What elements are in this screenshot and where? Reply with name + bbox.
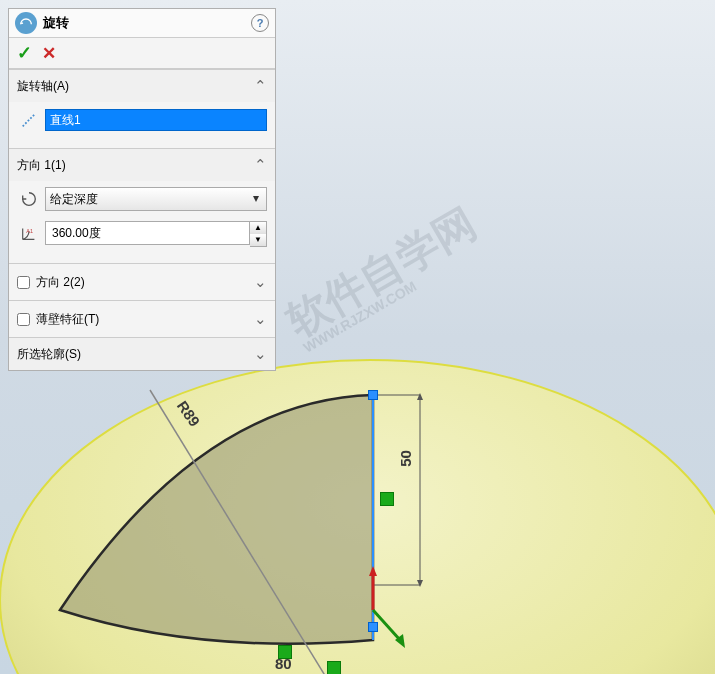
chevron-down-icon: ⌄: [254, 273, 267, 291]
direction2-checkbox[interactable]: [17, 276, 30, 289]
svg-text:A1: A1: [26, 228, 33, 234]
panel-title: 旋转: [43, 14, 251, 32]
chevron-down-icon: ⌄: [254, 310, 267, 328]
dimension-width[interactable]: 80: [275, 655, 292, 672]
revolve-feature-icon: [15, 12, 37, 34]
chevron-up-icon: ⌃: [254, 77, 267, 95]
section-direction1-header[interactable]: 方向 1(1) ⌃: [9, 149, 275, 181]
svg-point-0: [0, 360, 715, 674]
constraint-horizontal-icon[interactable]: [278, 645, 292, 659]
cancel-button[interactable]: ✕: [42, 43, 56, 64]
section-direction1-title: 方向 1(1): [17, 157, 254, 174]
sketch-endpoint-bottom[interactable]: [368, 622, 378, 632]
confirm-bar: ✓ ✕: [9, 38, 275, 69]
thin-feature-checkbox[interactable]: [17, 313, 30, 326]
thin-feature-label: 薄壁特征(T): [36, 311, 99, 328]
axis-line-icon: [17, 108, 41, 132]
axis-selection-input[interactable]: [45, 109, 267, 131]
section-axis: 旋转轴(A) ⌃: [9, 69, 275, 148]
dimension-radius[interactable]: R89: [174, 397, 204, 429]
section-contours-header[interactable]: 所选轮廓(S) ⌄: [9, 338, 275, 370]
angle-decrement-button[interactable]: ▼: [250, 234, 266, 246]
constraint-bottom-icon[interactable]: [327, 661, 341, 674]
section-direction1: 方向 1(1) ⌃ 给定深度 A1: [9, 148, 275, 263]
svg-line-8: [373, 610, 400, 640]
direction2-toggle[interactable]: 方向 2(2) ⌄: [9, 263, 275, 300]
thin-feature-toggle[interactable]: 薄壁特征(T) ⌄: [9, 300, 275, 337]
section-contours: 所选轮廓(S) ⌄: [9, 337, 275, 370]
section-axis-header[interactable]: 旋转轴(A) ⌃: [9, 70, 275, 102]
help-button[interactable]: ?: [251, 14, 269, 32]
angle-icon: A1: [17, 222, 41, 246]
direction2-label: 方向 2(2): [36, 274, 85, 291]
watermark: 软件自学网 WWW.RJZXW.COM: [280, 201, 490, 354]
constraint-vertical-icon[interactable]: [380, 492, 394, 506]
chevron-up-icon: ⌃: [254, 156, 267, 174]
revolve-property-panel: 旋转 ? ✓ ✕ 旋转轴(A) ⌃ 方向 1(1) ⌃: [8, 8, 276, 371]
section-contours-title: 所选轮廓(S): [17, 346, 254, 363]
dimension-height[interactable]: 50: [397, 450, 414, 467]
svg-line-1: [150, 390, 340, 674]
angle-increment-button[interactable]: ▲: [250, 222, 266, 234]
panel-header: 旋转 ?: [9, 9, 275, 38]
svg-line-9: [23, 114, 36, 127]
sketch-endpoint-top[interactable]: [368, 390, 378, 400]
section-axis-title: 旋转轴(A): [17, 78, 254, 95]
end-condition-dropdown[interactable]: 给定深度: [45, 187, 267, 211]
ok-button[interactable]: ✓: [17, 42, 32, 64]
chevron-down-icon: ⌄: [254, 345, 267, 363]
reverse-direction-icon[interactable]: [17, 187, 41, 211]
angle-input[interactable]: [45, 221, 250, 245]
